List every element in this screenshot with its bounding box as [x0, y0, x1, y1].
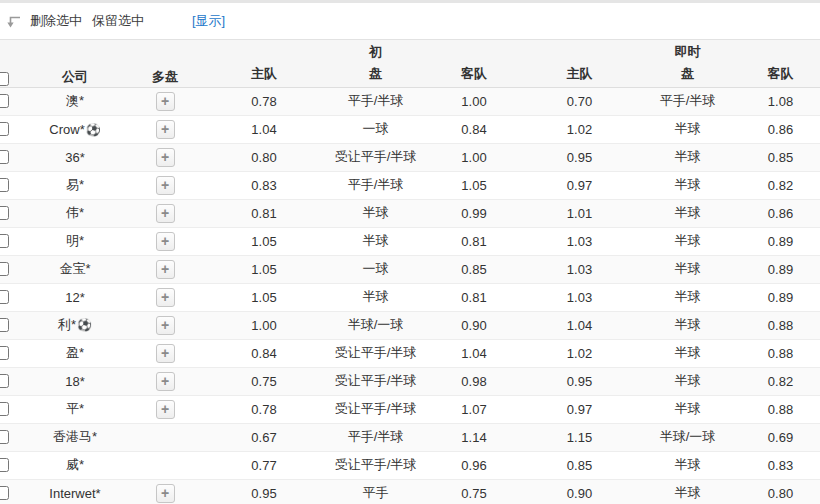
company-name: Interwet* — [49, 486, 100, 501]
select-all-checkbox[interactable] — [0, 72, 9, 86]
live-handicap: 半球 — [634, 115, 741, 143]
multi-cell — [130, 451, 200, 479]
row-checkbox[interactable] — [0, 402, 9, 416]
expand-plus-button[interactable]: + — [156, 176, 175, 195]
expand-plus-button[interactable]: + — [156, 344, 175, 363]
table-row: 12* + 1.05 半球 0.81 1.03 半球 0.89 — [0, 283, 820, 311]
table-row: 18* + 0.75 受让平手/半球 0.98 0.95 半球 0.82 — [0, 367, 820, 395]
live-home-odds: 0.90 — [525, 479, 634, 504]
expand-plus-button[interactable]: + — [156, 148, 175, 167]
company-name: 12* — [65, 290, 85, 305]
header-initial-group — [200, 40, 328, 62]
table-row: 利*⚽ + 1.00 半球/一球 0.90 1.04 半球 0.88 — [0, 311, 820, 339]
live-away-odds: 0.89 — [741, 227, 820, 255]
table-row: 香港马* 0.67 平手/半球 1.14 1.15 半球/一球 0.69 — [0, 423, 820, 451]
live-away-odds: 0.82 — [741, 171, 820, 199]
initial-home-odds: 0.84 — [200, 339, 328, 367]
company-name: 平* — [66, 401, 84, 416]
keep-selected-button[interactable]: 保留选中 — [92, 12, 144, 30]
initial-handicap: 半球 — [328, 227, 423, 255]
row-checkbox[interactable] — [0, 262, 9, 276]
initial-home-odds: 0.78 — [200, 395, 328, 423]
row-checkbox[interactable] — [0, 430, 9, 444]
row-checkbox[interactable] — [0, 318, 9, 332]
header-live-home: 主队 — [525, 62, 634, 87]
initial-away-odds: 1.04 — [423, 339, 525, 367]
initial-away-odds: 1.05 — [423, 171, 525, 199]
expand-plus-button[interactable]: + — [156, 484, 175, 503]
live-handicap: 半球 — [634, 339, 741, 367]
company-cell: 盈* — [20, 339, 130, 367]
multi-cell: + — [130, 199, 200, 227]
initial-away-odds: 1.00 — [423, 143, 525, 171]
initial-handicap: 平手/半球 — [328, 87, 423, 115]
expand-plus-button[interactable]: + — [156, 260, 175, 279]
row-checkbox[interactable] — [0, 122, 9, 136]
initial-away-odds: 0.81 — [423, 227, 525, 255]
live-home-odds: 1.02 — [525, 339, 634, 367]
table-row: 36* + 0.80 受让平手/半球 1.00 0.95 半球 0.85 — [0, 143, 820, 171]
multi-cell: + — [130, 171, 200, 199]
row-checkbox[interactable] — [0, 374, 9, 388]
row-checkbox[interactable] — [0, 94, 9, 108]
header-multi: 多盘 — [130, 40, 200, 87]
live-home-odds: 1.01 — [525, 199, 634, 227]
expand-plus-button[interactable]: + — [156, 204, 175, 223]
company-name: 明* — [66, 233, 84, 248]
row-checkbox[interactable] — [0, 234, 9, 248]
live-away-odds: 0.89 — [741, 283, 820, 311]
table-row: 澳* + 0.78 平手/半球 1.00 0.70 平手/半球 1.08 — [0, 87, 820, 115]
row-checkbox[interactable] — [0, 206, 9, 220]
table-header: 公司 多盘 初 即时 主队 盘 客队 主队 盘 客队 — [0, 40, 820, 87]
live-handicap: 半球 — [634, 451, 741, 479]
live-away-odds: 0.88 — [741, 339, 820, 367]
table-row: 易* + 0.83 平手/半球 1.05 0.97 半球 0.82 — [0, 171, 820, 199]
multi-cell: + — [130, 255, 200, 283]
initial-away-odds: 0.75 — [423, 479, 525, 504]
live-home-odds: 1.03 — [525, 255, 634, 283]
delete-selected-button[interactable]: 删除选中 — [30, 12, 82, 30]
expand-plus-button[interactable]: + — [156, 372, 175, 391]
initial-home-odds: 1.00 — [200, 311, 328, 339]
live-home-odds: 0.95 — [525, 143, 634, 171]
expand-plus-button[interactable]: + — [156, 232, 175, 251]
initial-away-odds: 0.81 — [423, 283, 525, 311]
row-checkbox[interactable] — [0, 290, 9, 304]
live-away-odds: 0.80 — [741, 479, 820, 504]
multi-cell: + — [130, 479, 200, 504]
company-cell: 18* — [20, 367, 130, 395]
expand-plus-button[interactable]: + — [156, 92, 175, 111]
expand-plus-button[interactable]: + — [156, 288, 175, 307]
expand-plus-button[interactable]: + — [156, 316, 175, 335]
initial-handicap: 平手/半球 — [328, 171, 423, 199]
initial-handicap: 受让平手/半球 — [328, 143, 423, 171]
company-name: 易* — [66, 177, 84, 192]
live-home-odds: 1.03 — [525, 283, 634, 311]
company-cell: Interwet* — [20, 479, 130, 504]
expand-plus-button[interactable]: + — [156, 400, 175, 419]
row-checkbox[interactable] — [0, 486, 9, 500]
live-handicap: 半球/一球 — [634, 423, 741, 451]
expand-plus-button[interactable]: + — [156, 120, 175, 139]
row-checkbox[interactable] — [0, 346, 9, 360]
row-checkbox[interactable] — [0, 150, 9, 164]
table-body: 澳* + 0.78 平手/半球 1.00 0.70 平手/半球 1.08 Cro… — [0, 87, 820, 504]
company-name: 金宝* — [59, 261, 90, 276]
initial-home-odds: 0.83 — [200, 171, 328, 199]
company-cell: 利*⚽ — [20, 311, 130, 339]
table-row: Interwet* + 0.95 平手 0.75 0.90 半球 0.80 — [0, 479, 820, 504]
header-initial-away: 客队 — [423, 62, 525, 87]
row-checkbox[interactable] — [0, 178, 9, 192]
company-cell: 12* — [20, 283, 130, 311]
row-checkbox[interactable] — [0, 458, 9, 472]
live-handicap: 半球 — [634, 395, 741, 423]
header-initial-handicap: 盘 — [328, 62, 423, 87]
initial-handicap: 受让平手/半球 — [328, 395, 423, 423]
live-home-odds: 1.04 — [525, 311, 634, 339]
initial-away-odds: 0.84 — [423, 115, 525, 143]
table-row: 明* + 1.05 半球 0.81 1.03 半球 0.89 — [0, 227, 820, 255]
show-link[interactable]: [显示] — [192, 12, 225, 30]
live-handicap: 半球 — [634, 143, 741, 171]
live-away-odds: 0.89 — [741, 255, 820, 283]
header-live-handicap: 盘 — [634, 62, 741, 87]
